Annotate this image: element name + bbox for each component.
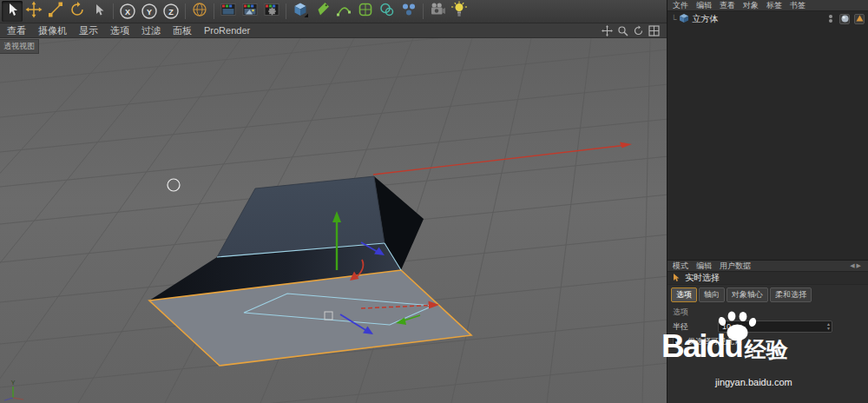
am-menu-userdata[interactable]: 用户数据 <box>720 261 751 272</box>
object-label[interactable]: 立方体 <box>692 13 718 25</box>
volume-builder-button[interactable] <box>377 1 398 22</box>
attribute-menubar: 模式 编辑 用户数据 <box>667 261 868 272</box>
visibility-dots[interactable] <box>829 15 832 23</box>
toggle-view-icon[interactable] <box>648 24 660 36</box>
live-selection-tool-icon <box>672 273 681 284</box>
menu-prorender[interactable]: ProRender <box>204 25 250 36</box>
visible-only-checkbox[interactable] <box>673 337 682 347</box>
object-row-cube[interactable]: └ 立方体 <box>667 11 868 26</box>
render-photo-icon <box>241 1 259 22</box>
axis-y-letter: Y <box>147 8 152 17</box>
viewport-controls <box>601 24 660 36</box>
om-menu-objects[interactable]: 对象 <box>743 0 759 11</box>
cursor-icon <box>3 1 21 22</box>
axis-lock-z-button[interactable]: Z <box>161 1 181 22</box>
menu-panel[interactable]: 面板 <box>173 24 192 37</box>
volume-spheres-icon <box>378 1 396 22</box>
move-icon <box>25 1 43 22</box>
pan-view-icon[interactable] <box>601 24 613 36</box>
render-clapper-icon <box>220 1 237 22</box>
render-gear-icon <box>263 1 280 22</box>
toolbar-separator <box>214 3 214 19</box>
am-menu-mode[interactable]: 模式 <box>673 261 688 272</box>
attribute-tabs: 选项 轴向 对象轴心 柔和选择 <box>667 285 868 304</box>
active-tool-header[interactable]: 实时选择 <box>667 272 868 285</box>
selection-tag[interactable] <box>854 14 865 24</box>
last-tool-used-button[interactable] <box>89 1 109 22</box>
view-label[interactable]: 透视视图 <box>0 39 39 54</box>
coordinate-system-button[interactable] <box>189 1 210 22</box>
scale-tool-button[interactable] <box>45 1 66 22</box>
tab-object-axis[interactable]: 对象轴心 <box>727 287 768 302</box>
pen-icon <box>313 1 331 22</box>
rotate-view-icon[interactable] <box>632 24 644 36</box>
menu-view[interactable]: 查看 <box>7 24 26 37</box>
zoom-view-icon[interactable] <box>616 24 628 36</box>
menu-display[interactable]: 显示 <box>79 24 98 37</box>
om-menu-file[interactable]: 文件 <box>673 0 688 11</box>
camera-button[interactable] <box>427 1 448 22</box>
subdivision-surface-button[interactable] <box>355 1 376 22</box>
tab-soft-selection[interactable]: 柔和选择 <box>770 287 812 302</box>
axis-z-letter: Z <box>168 8 174 17</box>
toolbar-separator <box>185 3 186 19</box>
viewport-3d[interactable]: 透视视图 <box>0 38 667 403</box>
history-nav-arrows-icon[interactable] <box>850 262 863 269</box>
render-picture-viewer-button[interactable] <box>240 1 260 22</box>
render-settings-button[interactable] <box>261 1 282 22</box>
am-menu-edit[interactable]: 编辑 <box>696 261 712 272</box>
toolbar-separator <box>286 3 286 19</box>
subdiv-cube-icon <box>357 1 374 22</box>
toolbar-separator <box>423 3 424 19</box>
move-tool-button[interactable] <box>23 1 44 22</box>
rotate-tool-button[interactable] <box>67 1 88 22</box>
spline-arc-button[interactable] <box>333 1 354 22</box>
viewport-menubar: 查看 摄像机 显示 选项 过滤 面板 ProRender <box>0 23 667 38</box>
phong-tag[interactable] <box>839 14 850 24</box>
om-menu-tags[interactable]: 标签 <box>766 0 782 11</box>
spline-curve-icon <box>335 1 352 22</box>
selection-cursor-circle <box>168 179 180 191</box>
object-manager-list[interactable]: └ 立方体 <box>667 11 868 261</box>
tab-axis[interactable]: 轴向 <box>699 287 725 302</box>
radius-input[interactable]: 10 <box>718 320 832 333</box>
light-bulb-icon <box>450 1 468 22</box>
left-column: X Y Z <box>0 0 667 403</box>
toolbar-separator <box>113 3 114 19</box>
tab-options[interactable]: 选项 <box>671 287 697 302</box>
world-axis-indicator: Y <box>2 379 26 401</box>
options-group-label: 选项 <box>667 304 868 319</box>
axis-lock-y-button[interactable]: Y <box>139 1 160 22</box>
cinema4d-window: X Y Z <box>0 0 868 403</box>
menu-options[interactable]: 选项 <box>110 24 129 37</box>
active-tool-name: 实时选择 <box>685 272 720 284</box>
menu-cameras[interactable]: 摄像机 <box>38 24 67 37</box>
om-menu-view[interactable]: 查看 <box>720 0 735 11</box>
spinner-arrows-icon[interactable] <box>826 321 831 332</box>
camera-icon <box>429 1 446 22</box>
cube-object-icon <box>679 13 689 25</box>
attribute-manager: 模式 编辑 用户数据 实时选择 选项 轴向 对象轴心 柔和选择 选项 半径 <box>667 261 868 403</box>
main-toolbar: X Y Z <box>0 0 667 23</box>
radius-row: 半径 10 <box>667 319 868 334</box>
axis-lock-x-button[interactable]: X <box>117 1 138 22</box>
radius-label: 半径 <box>673 321 688 333</box>
primitive-cube-button[interactable] <box>290 1 311 22</box>
right-panel: 文件 编辑 查看 对象 标签 书签 └ 立方体 <box>667 0 868 403</box>
om-menu-edit[interactable]: 编辑 <box>696 0 712 11</box>
live-selection-tool-button[interactable] <box>2 1 23 22</box>
cube-icon <box>292 1 309 22</box>
radius-value: 10 <box>722 322 731 331</box>
scale-icon <box>47 1 64 22</box>
menu-filter[interactable]: 过滤 <box>141 24 161 37</box>
axis-indicator-y-label: Y <box>11 380 16 386</box>
axis-x-letter: X <box>125 8 130 17</box>
viewport-canvas[interactable] <box>0 38 667 403</box>
render-view-button[interactable] <box>218 1 239 22</box>
spline-pen-button[interactable] <box>312 1 332 22</box>
rotate-icon <box>69 1 86 22</box>
globe-icon <box>191 1 208 22</box>
light-button[interactable] <box>449 1 470 22</box>
cloner-button[interactable] <box>398 1 419 22</box>
om-menu-bookmarks[interactable]: 书签 <box>790 0 806 11</box>
